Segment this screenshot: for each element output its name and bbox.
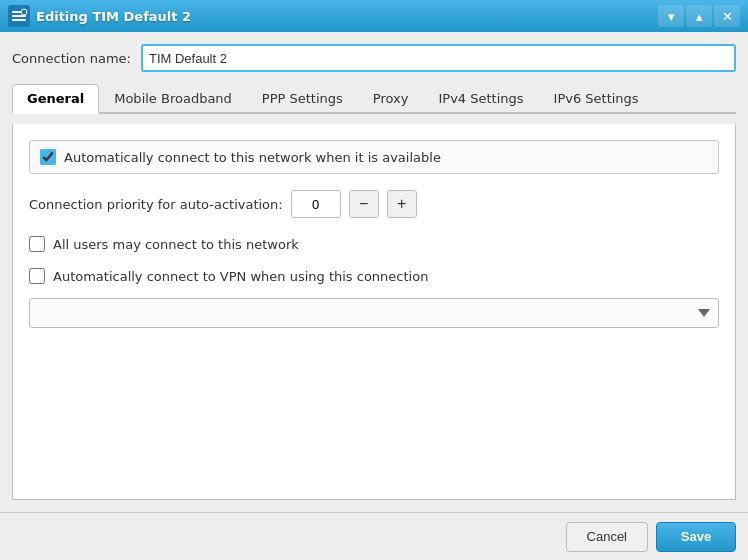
tab-content-general: Automatically connect to this network wh… xyxy=(12,124,736,500)
vpn-dropdown[interactable] xyxy=(29,298,719,328)
close-button[interactable]: ✕ xyxy=(714,5,740,27)
minimize-button[interactable]: ▾ xyxy=(658,5,684,27)
connection-name-input[interactable] xyxy=(141,44,736,72)
titlebar-controls: ▾ ▴ ✕ xyxy=(658,5,740,27)
cancel-button[interactable]: Cancel xyxy=(566,522,648,552)
connection-name-row: Connection name: xyxy=(12,44,736,72)
auto-connect-row: Automatically connect to this network wh… xyxy=(29,140,719,174)
priority-label: Connection priority for auto-activation: xyxy=(29,197,283,212)
tab-proxy[interactable]: Proxy xyxy=(358,84,424,114)
tab-ipv4-settings[interactable]: IPv4 Settings xyxy=(423,84,538,114)
app-icon xyxy=(8,5,30,27)
auto-vpn-label: Automatically connect to VPN when using … xyxy=(53,269,428,284)
window-title: Editing TIM Default 2 xyxy=(36,9,191,24)
svg-point-3 xyxy=(21,9,27,15)
maximize-button[interactable]: ▴ xyxy=(686,5,712,27)
priority-increment-button[interactable]: + xyxy=(387,190,417,218)
tab-bar: General Mobile Broadband PPP Settings Pr… xyxy=(12,82,736,114)
tab-ipv6-settings[interactable]: IPv6 Settings xyxy=(539,84,654,114)
save-button[interactable]: Save xyxy=(656,522,736,552)
svg-rect-1 xyxy=(12,19,26,21)
bottom-bar: Cancel Save xyxy=(0,512,748,560)
priority-input[interactable] xyxy=(291,190,341,218)
all-users-checkbox[interactable] xyxy=(29,236,45,252)
titlebar: Editing TIM Default 2 ▾ ▴ ✕ xyxy=(0,0,748,32)
connection-name-label: Connection name: xyxy=(12,51,131,66)
titlebar-left: Editing TIM Default 2 xyxy=(8,5,191,27)
auto-vpn-row: Automatically connect to VPN when using … xyxy=(29,266,719,286)
all-users-label: All users may connect to this network xyxy=(53,237,299,252)
spacer xyxy=(29,340,719,483)
auto-vpn-checkbox[interactable] xyxy=(29,268,45,284)
window-body: Connection name: General Mobile Broadban… xyxy=(0,32,748,512)
priority-decrement-button[interactable]: − xyxy=(349,190,379,218)
tab-ppp-settings[interactable]: PPP Settings xyxy=(247,84,358,114)
tab-mobile-broadband[interactable]: Mobile Broadband xyxy=(99,84,247,114)
priority-row: Connection priority for auto-activation:… xyxy=(29,186,719,222)
auto-connect-checkbox[interactable] xyxy=(40,149,56,165)
all-users-row: All users may connect to this network xyxy=(29,234,719,254)
auto-connect-label: Automatically connect to this network wh… xyxy=(64,150,441,165)
tab-general[interactable]: General xyxy=(12,84,99,114)
